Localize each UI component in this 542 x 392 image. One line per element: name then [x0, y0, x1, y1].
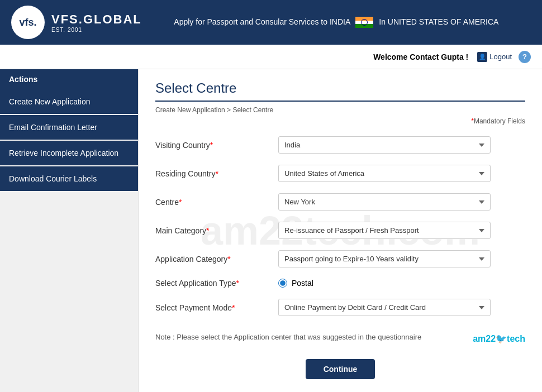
form-section: Visiting Country* India Residing Country… [155, 136, 525, 379]
logo-vfs-text: vfs. [19, 17, 36, 27]
app-type-radio-group: Postal [278, 279, 313, 288]
logout-label: Logout [489, 52, 512, 61]
header-country: In UNITED STATES OF AMERICA [379, 17, 498, 26]
main-category-select[interactable]: Re-issuance of Passport / Fresh Passport [278, 222, 491, 239]
main-layout: Actions Create New Application Email Con… [0, 69, 542, 392]
sidebar-item-create[interactable]: Create New Application [0, 89, 138, 114]
visiting-country-label: Visiting Country* [155, 141, 278, 150]
main-category-row: Main Category* Re-issuance of Passport /… [155, 222, 525, 239]
visiting-country-row: Visiting Country* India [155, 136, 525, 154]
vfs-brand-main: VFS.GLOBAL [51, 12, 142, 27]
breadcrumb: Create New Application > Select Centre [155, 106, 525, 114]
mandatory-text: Mandatory Fields [474, 117, 525, 125]
app-category-row: Application Category* Passport going to … [155, 250, 525, 267]
india-flag [355, 17, 373, 28]
top-bar: Welcome Contact Gupta ! 👤 Logout ? [0, 45, 542, 69]
postal-radio[interactable] [278, 279, 287, 288]
site-header: vfs. VFS.GLOBAL EST. 2001 Apply for Pass… [0, 0, 542, 45]
app-category-label: Application Category* [155, 255, 278, 264]
am22-bird-icon: 🐦 [496, 334, 507, 343]
app-type-label: Select Application Type* [155, 279, 278, 288]
sidebar-header: Actions [0, 69, 138, 89]
vfs-brand: VFS.GLOBAL EST. 2001 [51, 12, 142, 33]
residing-country-select[interactable]: United States of America [278, 165, 491, 182]
app-type-row: Select Application Type* Postal [155, 279, 525, 288]
header-tagline: Apply for Passport and Consular Services… [142, 17, 531, 28]
page-title: Select Centre [155, 80, 525, 102]
help-button[interactable]: ? [519, 51, 531, 63]
breadcrumb-part2: Select Centre [232, 106, 273, 114]
residing-country-label: Residing Country* [155, 169, 278, 178]
am22-text: am22 [473, 334, 496, 343]
residing-country-row: Residing Country* United States of Ameri… [155, 165, 525, 182]
mandatory-note: *Mandatory Fields [155, 117, 525, 125]
visiting-country-select[interactable]: India [278, 136, 491, 154]
note-row: Note : Please select the Application cen… [155, 327, 525, 350]
breadcrumb-part1: Create New Application [155, 106, 225, 114]
breadcrumb-sep: > [227, 106, 232, 114]
logout-icon: 👤 [477, 52, 487, 62]
centre-label: Centre* [155, 198, 278, 207]
main-content: am22tech.com Select Centre Create New Ap… [139, 69, 542, 392]
sidebar-item-retrieve[interactable]: Retrieve Incomplete Application [0, 141, 138, 165]
main-category-label: Main Category* [155, 226, 278, 235]
payment-mode-row: Select Payment Mode* Online Payment by D… [155, 299, 525, 316]
centre-select[interactable]: New York [278, 193, 491, 211]
am22-brand: am22🐦tech [473, 333, 525, 344]
tagline-text: Apply for Passport and Consular Services… [174, 17, 350, 26]
sidebar-item-download[interactable]: Download Courier Labels [0, 166, 138, 191]
postal-label: Postal [292, 279, 313, 288]
am22-suffix: tech [507, 334, 525, 343]
vfs-brand-sub: EST. 2001 [51, 27, 142, 33]
sidebar: Actions Create New Application Email Con… [0, 69, 139, 392]
welcome-message: Welcome Contact Gupta ! [373, 52, 468, 61]
centre-row: Centre* New York [155, 193, 525, 211]
app-category-select[interactable]: Passport going to Expire-10 Years validi… [278, 250, 491, 267]
payment-mode-select[interactable]: Online Payment by Debit Card / Credit Ca… [278, 299, 491, 316]
logout-button[interactable]: 👤 Logout [477, 52, 512, 62]
note-text: Note : Please select the Application cen… [155, 333, 421, 341]
payment-mode-label: Select Payment Mode* [155, 303, 278, 312]
continue-btn-container: Continue [155, 359, 525, 379]
sidebar-item-email[interactable]: Email Confirmation Letter [0, 115, 138, 140]
continue-button[interactable]: Continue [306, 359, 375, 379]
logo-circle: vfs. [11, 6, 45, 39]
